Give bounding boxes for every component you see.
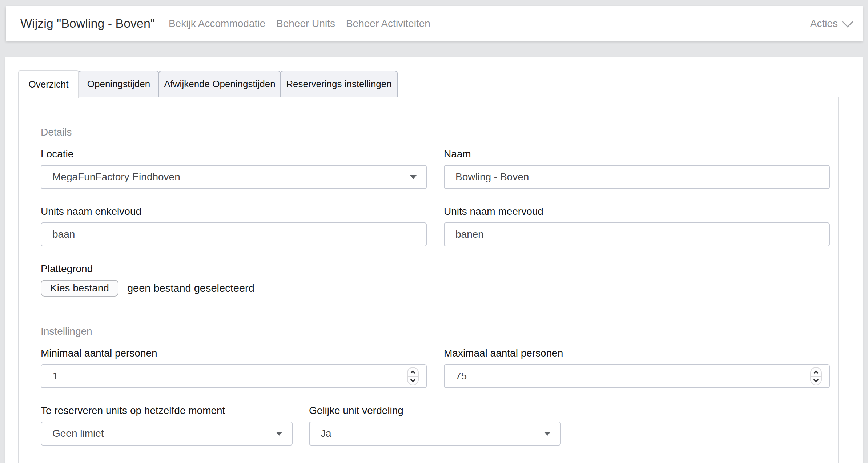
actions-label: Acties xyxy=(810,18,838,29)
max-personen-label: Maximaal aantal personen xyxy=(444,347,830,359)
plattegrond-label: Plattegrond xyxy=(41,263,830,275)
unit-verdeling-select[interactable]: Ja xyxy=(309,422,561,446)
min-personen-field xyxy=(41,364,427,388)
chevron-down-icon xyxy=(842,16,853,27)
units-enkelvoud-label: Units naam enkelvoud xyxy=(41,206,427,217)
nav-link-beheer-units[interactable]: Beheer Units xyxy=(276,18,335,29)
min-personen-input[interactable] xyxy=(41,364,427,388)
header-bar: Wijzig "Bowling - Boven" Bekijk Accommod… xyxy=(6,6,863,41)
file-status-text: geen bestand geselecteerd xyxy=(127,282,254,294)
min-personen-stepper[interactable] xyxy=(407,367,419,385)
naam-label: Naam xyxy=(444,148,830,160)
tab-content-overzicht: Details Locatie MegaFunFactory Eindhoven… xyxy=(18,97,839,463)
units-enkelvoud-input[interactable] xyxy=(41,222,427,246)
locatie-select-value: MegaFunFactory Eindhoven xyxy=(52,171,180,183)
units-moment-label: Te reserveren units op hetzelfde moment xyxy=(41,405,293,416)
nav-link-bekijk-accommodatie[interactable]: Bekijk Accommodatie xyxy=(169,18,265,29)
stepper-up-icon[interactable] xyxy=(408,368,418,377)
tab-bar: Overzicht Openingstijden Afwijkende Open… xyxy=(18,70,839,97)
naam-input[interactable] xyxy=(444,165,830,189)
dropdown-arrow-icon xyxy=(276,432,282,436)
unit-verdeling-label: Gelijke unit verdeling xyxy=(309,405,561,416)
max-personen-input[interactable] xyxy=(444,364,830,388)
tab-reserverings-instellingen[interactable]: Reserverings instellingen xyxy=(280,71,398,97)
dropdown-arrow-icon xyxy=(544,432,551,436)
main-panel: Overzicht Openingstijden Afwijkende Open… xyxy=(5,57,863,463)
page-title: Wijzig "Bowling - Boven" xyxy=(20,16,155,31)
max-personen-field xyxy=(444,364,830,388)
actions-dropdown[interactable]: Acties xyxy=(810,18,852,29)
locatie-select[interactable]: MegaFunFactory Eindhoven xyxy=(41,165,427,189)
units-meervoud-input[interactable] xyxy=(444,222,830,246)
units-moment-select[interactable]: Geen limiet xyxy=(41,422,293,446)
kies-bestand-button[interactable]: Kies bestand xyxy=(41,280,118,297)
units-meervoud-label: Units naam meervoud xyxy=(444,206,830,217)
stepper-down-icon[interactable] xyxy=(811,377,821,385)
tab-overzicht[interactable]: Overzicht xyxy=(18,70,79,98)
stepper-up-icon[interactable] xyxy=(811,368,821,377)
locatie-label: Locatie xyxy=(41,148,427,160)
min-personen-label: Minimaal aantal personen xyxy=(41,347,427,359)
header-nav: Bekijk Accommodatie Beheer Units Beheer … xyxy=(169,18,430,29)
tab-openingstijden[interactable]: Openingstijden xyxy=(78,71,159,97)
unit-verdeling-select-value: Ja xyxy=(321,428,331,439)
section-heading-instellingen: Instellingen xyxy=(41,326,830,337)
tab-afwijkende-openingstijden[interactable]: Afwijkende Openingstijden xyxy=(158,71,281,97)
section-heading-details: Details xyxy=(41,126,830,138)
stepper-down-icon[interactable] xyxy=(408,377,418,385)
dropdown-arrow-icon xyxy=(410,175,417,179)
max-personen-stepper[interactable] xyxy=(810,367,822,385)
nav-link-beheer-activiteiten[interactable]: Beheer Activiteiten xyxy=(346,18,430,29)
plattegrond-file-input: Kies bestand geen bestand geselecteerd xyxy=(41,280,830,297)
units-moment-select-value: Geen limiet xyxy=(52,428,104,439)
